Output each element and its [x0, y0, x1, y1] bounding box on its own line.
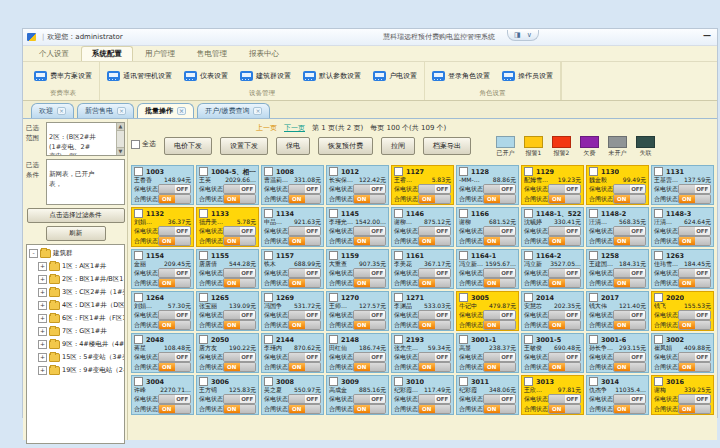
toggle-on-segment[interactable]	[224, 185, 240, 193]
toggle-on-segment[interactable]: ON	[224, 363, 240, 371]
meter-card[interactable]: 3010纪彩霞…117.49元保电状态OFF合闸状态ON	[391, 375, 454, 415]
toggle-on-segment[interactable]	[289, 185, 305, 193]
meter-card[interactable]: 3001-5王敏俊690.48元保电状态OFF合闸状态ON	[521, 333, 584, 373]
toggle-off-segment[interactable]	[240, 195, 256, 203]
switch-toggle[interactable]: ON	[548, 194, 581, 204]
supply-toggle[interactable]: OFF	[158, 310, 191, 320]
toggle-on-segment[interactable]: ON	[224, 195, 240, 203]
expand-icon[interactable]: +	[38, 275, 47, 284]
switch-toggle[interactable]: ON	[223, 404, 256, 414]
toggle-off-segment[interactable]	[500, 279, 516, 287]
supply-toggle[interactable]: OFF	[613, 352, 646, 362]
toggle-on-segment[interactable]: ON	[549, 195, 565, 203]
supply-toggle[interactable]: OFF	[613, 394, 646, 404]
toggle-on-segment[interactable]: ON	[159, 405, 175, 413]
toggle-off-segment[interactable]: OFF	[500, 227, 516, 235]
toggle-on-segment[interactable]: ON	[679, 405, 695, 413]
toggle-off-segment[interactable]: OFF	[565, 269, 581, 277]
toggle-off-segment[interactable]: OFF	[305, 311, 321, 319]
switch-toggle[interactable]: ON	[613, 236, 646, 246]
switch-toggle[interactable]: ON	[288, 320, 321, 330]
meter-card[interactable]: 1145李瑾光…1542.00…保电状态OFF合闸状态ON	[326, 207, 389, 247]
toggle-off-segment[interactable]	[695, 195, 711, 203]
supply-toggle[interactable]: OFF	[613, 310, 646, 320]
close-tab-icon[interactable]: ×	[253, 107, 262, 115]
supply-toggle[interactable]: OFF	[548, 310, 581, 320]
toggle-off-segment[interactable]	[630, 405, 646, 413]
meter-card[interactable]: 1271李渊品533.03元保电状态OFF合闸状态ON	[391, 291, 454, 331]
card-checkbox[interactable]	[394, 293, 403, 302]
expand-icon[interactable]: +	[38, 314, 47, 323]
meter-card[interactable]: 1157铁木688.99元保电状态OFF合闸状态ON	[261, 249, 324, 289]
switch-toggle[interactable]: ON	[418, 362, 451, 372]
toggle-off-segment[interactable]	[500, 405, 516, 413]
meter-card[interactable]: 1148-1、522沈毓婷330.41元保电状态OFF合闸状态ON	[521, 207, 584, 247]
switch-toggle[interactable]: ON	[223, 194, 256, 204]
toggle-off-segment[interactable]: OFF	[695, 395, 711, 403]
bulk-button[interactable]: 档案导出	[423, 137, 471, 155]
supply-toggle[interactable]: OFF	[548, 352, 581, 362]
card-checkbox[interactable]	[654, 167, 663, 176]
toggle-on-segment[interactable]	[224, 395, 240, 403]
toggle-off-segment[interactable]	[305, 237, 321, 245]
switch-toggle[interactable]: ON	[223, 320, 256, 330]
card-checkbox[interactable]	[264, 167, 273, 176]
meter-card[interactable]: 3014仇杰争11035.4…保电状态OFF合闸状态ON	[586, 375, 649, 415]
ribbon-button[interactable]: 默认参数设置	[300, 69, 364, 83]
meter-card[interactable]: 1148-3汪清…624.64元保电状态OFF合闸状态ON	[651, 207, 714, 247]
toggle-on-segment[interactable]: ON	[289, 237, 305, 245]
toggle-off-segment[interactable]: OFF	[240, 185, 256, 193]
toggle-on-segment[interactable]: ON	[614, 321, 630, 329]
card-checkbox[interactable]	[134, 251, 143, 260]
toggle-off-segment[interactable]	[305, 195, 321, 203]
toggle-on-segment[interactable]: ON	[289, 195, 305, 203]
toggle-off-segment[interactable]: OFF	[500, 395, 516, 403]
supply-toggle[interactable]: OFF	[158, 352, 191, 362]
card-checkbox[interactable]	[654, 209, 663, 218]
toggle-off-segment[interactable]: OFF	[305, 227, 321, 235]
toggle-on-segment[interactable]	[354, 269, 370, 277]
toggle-on-segment[interactable]: ON	[484, 321, 500, 329]
meter-card[interactable]: 3001-6孙长争…293.15元保电状态OFF合闸状态ON	[586, 333, 649, 373]
close-tab-icon[interactable]: ×	[57, 107, 66, 115]
toggle-off-segment[interactable]	[435, 279, 451, 287]
doc-tab-3[interactable]: 批量操作×	[137, 103, 194, 118]
toggle-on-segment[interactable]	[159, 269, 175, 277]
toggle-on-segment[interactable]: ON	[354, 237, 370, 245]
meter-card[interactable]: 1265张宝丽139.09元保电状态OFF合闸状态ON	[196, 291, 259, 331]
supply-toggle[interactable]: OFF	[288, 352, 321, 362]
toggle-on-segment[interactable]: ON	[549, 321, 565, 329]
supply-toggle[interactable]: OFF	[353, 268, 386, 278]
meter-card[interactable]: 1155唐唐倩544.28元保电状态OFF合闸状态ON	[196, 249, 259, 289]
switch-toggle[interactable]: ON	[678, 404, 711, 414]
toggle-off-segment[interactable]	[370, 279, 386, 287]
toggle-off-segment[interactable]: OFF	[370, 395, 386, 403]
meter-card[interactable]: 2050唐方友190.22元保电状态OFF合闸状态ON	[196, 333, 259, 373]
supply-toggle[interactable]: OFF	[548, 394, 581, 404]
switch-toggle[interactable]: ON	[288, 362, 321, 372]
toggle-off-segment[interactable]	[630, 237, 646, 245]
card-checkbox[interactable]	[134, 377, 143, 386]
switch-toggle[interactable]: ON	[353, 362, 386, 372]
meter-card[interactable]: 1132刘娟…36.37元保电状态OFF合闸状态ON	[131, 207, 194, 247]
toggle-off-segment[interactable]: OFF	[435, 227, 451, 235]
toggle-on-segment[interactable]	[419, 185, 435, 193]
toggle-off-segment[interactable]	[630, 195, 646, 203]
supply-toggle[interactable]: OFF	[288, 394, 321, 404]
toggle-on-segment[interactable]: ON	[549, 405, 565, 413]
switch-toggle[interactable]: ON	[223, 362, 256, 372]
toggle-on-segment[interactable]: ON	[419, 237, 435, 245]
toggle-off-segment[interactable]	[240, 279, 256, 287]
switch-toggle[interactable]: ON	[613, 278, 646, 288]
supply-toggle[interactable]: OFF	[483, 394, 516, 404]
toggle-off-segment[interactable]	[565, 195, 581, 203]
meter-card[interactable]: 1131王基营…137.59元保电状态OFF合闸状态ON	[651, 165, 714, 205]
toggle-on-segment[interactable]	[419, 227, 435, 235]
card-checkbox[interactable]	[459, 335, 468, 344]
supply-toggle[interactable]: OFF	[223, 310, 256, 320]
card-checkbox[interactable]	[589, 251, 598, 260]
switch-toggle[interactable]: ON	[418, 320, 451, 330]
choose-filter-button[interactable]: 点击选择过滤条件	[27, 208, 125, 223]
toggle-off-segment[interactable]	[370, 195, 386, 203]
selected-condition-listbox[interactable]: 新网表，已开户 表，	[46, 159, 125, 205]
